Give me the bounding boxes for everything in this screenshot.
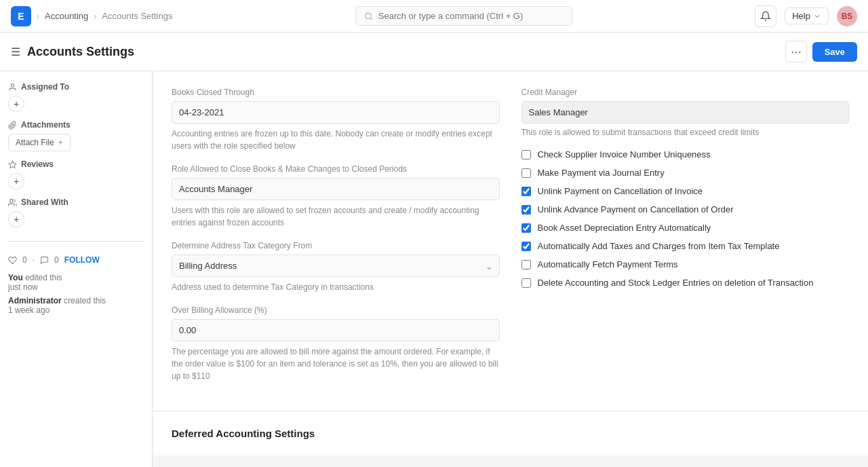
book-asset-depreciation-checkbox[interactable] [521, 223, 531, 233]
shared-with-add-button[interactable]: + [8, 211, 24, 227]
unlink-payment-cancellation-label[interactable]: Unlink Payment on Cancellation of Invoic… [538, 186, 703, 196]
more-options-button[interactable]: ⋯ [785, 41, 807, 62]
activity-log: You edited this just now Administrator c… [8, 273, 144, 315]
help-button[interactable]: Help [785, 7, 829, 24]
created-action-text: created this [64, 296, 106, 305]
shared-with-label: Shared With [21, 198, 68, 207]
books-closed-through-group: Books Closed Through Accounting entries … [172, 88, 500, 152]
unlink-advance-payment-label[interactable]: Unlink Advance Payment on Cancellation o… [538, 204, 734, 214]
credit-manager-group: Credit Manager This role is allowed to s… [521, 88, 850, 137]
comment-icon [40, 256, 49, 265]
assigned-to-add-button[interactable]: + [8, 96, 24, 112]
bell-icon [760, 11, 771, 22]
reviews-label: Reviews [21, 160, 54, 169]
save-button[interactable]: Save [812, 42, 857, 62]
unlink-payment-cancellation-checkbox[interactable] [521, 187, 531, 196]
delete-accounting-entries-checkbox[interactable] [521, 278, 531, 288]
right-column: Credit Manager This role is allowed to s… [521, 88, 850, 394]
book-asset-depreciation-label[interactable]: Book Asset Depreciation Entry Automatica… [538, 223, 711, 233]
determine-address-hint: Address used to determine Tax Category i… [172, 281, 500, 293]
auto-add-taxes-checkbox[interactable] [521, 242, 531, 251]
attach-file-button[interactable]: Attach File + [8, 134, 71, 151]
chevron-down-icon [813, 12, 821, 20]
assigned-to-section: Assigned To + [8, 82, 144, 112]
determine-address-label: Determine Address Tax Category From [172, 241, 500, 250]
credit-manager-input[interactable] [521, 101, 850, 124]
heart-icon [8, 256, 17, 265]
page-header-right: ⋯ Save [785, 41, 857, 62]
auto-add-taxes-label[interactable]: Automatically Add Taxes and Charges from… [538, 241, 780, 251]
breadcrumb-separator-2: › [94, 12, 96, 21]
svg-marker-2 [9, 161, 16, 168]
person-icon [8, 83, 17, 92]
determine-address-select-wrapper: Billing Address [172, 255, 500, 277]
star-icon [8, 160, 17, 169]
main-settings-card: Books Closed Through Accounting entries … [153, 71, 868, 411]
role-close-books-input[interactable] [172, 178, 500, 200]
determine-address-select[interactable]: Billing Address [172, 255, 500, 277]
top-navigation: E › Accounting › Accounts Settings Help … [0, 0, 868, 33]
edited-action: edited this [25, 273, 62, 282]
credit-manager-hint: This role is allowed to submit transacti… [521, 128, 850, 137]
follow-button[interactable]: FOLLOW [64, 255, 100, 265]
deferred-settings-section: Deferred Accounting Settings [153, 411, 868, 455]
created-time: 1 week ago [8, 305, 50, 315]
help-label: Help [792, 11, 810, 21]
attachments-header: Attachments [8, 120, 144, 130]
deferred-settings-title: Deferred Accounting Settings [172, 428, 849, 439]
search-icon [364, 12, 373, 21]
books-closed-through-input[interactable] [172, 101, 500, 124]
sidebar-toggle-icon[interactable]: ☰ [11, 45, 20, 58]
edited-by-name: You [8, 273, 23, 282]
over-billing-label: Over Billing Allowance (%) [172, 305, 500, 315]
avatar[interactable]: BS [837, 6, 857, 26]
breadcrumb-area: E › Accounting › Accounts Settings [11, 6, 172, 26]
sidebar: Assigned To + Attachments Attach File + … [0, 71, 153, 467]
reviews-header: Reviews [8, 160, 144, 169]
settings-grid: Books Closed Through Accounting entries … [172, 88, 849, 394]
breadcrumb-accounting[interactable]: Accounting [45, 11, 88, 21]
checkbox-row-3: Unlink Payment on Cancellation of Invoic… [521, 186, 850, 196]
notifications-button[interactable] [755, 5, 776, 27]
sidebar-divider [8, 241, 144, 242]
attach-file-label: Attach File [16, 138, 54, 147]
reviews-section: Reviews + [8, 160, 144, 189]
left-column: Books Closed Through Accounting entries … [172, 88, 500, 394]
reviews-add-button[interactable]: + [8, 173, 24, 189]
attachments-label: Attachments [21, 120, 71, 130]
make-payment-journal-checkbox[interactable] [521, 168, 531, 178]
created-by-name: Administrator [8, 296, 62, 305]
page-header-left: ☰ Accounts Settings [11, 45, 134, 59]
check-supplier-invoice-checkbox[interactable] [521, 150, 531, 160]
checkbox-row-2: Make Payment via Journal Entry [521, 168, 850, 178]
checkbox-row-4: Unlink Advance Payment on Cancellation o… [521, 204, 850, 214]
checkbox-row-8: Delete Accounting and Stock Ledger Entri… [521, 278, 850, 288]
over-billing-input[interactable] [172, 319, 500, 341]
search-input[interactable] [378, 11, 564, 21]
checkbox-row-5: Book Asset Depreciation Entry Automatica… [521, 223, 850, 233]
delete-accounting-entries-label[interactable]: Delete Accounting and Stock Ledger Entri… [538, 278, 814, 288]
shared-with-header: Shared With [8, 198, 144, 207]
auto-fetch-payment-terms-label[interactable]: Automatically Fetch Payment Terms [538, 259, 678, 269]
checkboxes-group: Check Supplier Invoice Number Uniqueness… [521, 149, 850, 288]
determine-address-group: Determine Address Tax Category From Bill… [172, 241, 500, 293]
search-bar[interactable] [355, 6, 572, 26]
checkbox-row-6: Automatically Add Taxes and Charges from… [521, 241, 850, 251]
app-icon[interactable]: E [11, 6, 31, 26]
page-title: Accounts Settings [27, 45, 134, 59]
make-payment-journal-label[interactable]: Make Payment via Journal Entry [538, 168, 665, 178]
over-billing-hint: The percentage you are allowed to bill m… [172, 345, 500, 382]
books-closed-through-label: Books Closed Through [172, 88, 500, 97]
attach-file-plus-icon: + [58, 138, 63, 147]
unlink-advance-payment-checkbox[interactable] [521, 205, 531, 214]
role-close-books-group: Role Allowed to Close Books & Make Chang… [172, 164, 500, 229]
attachments-section: Attachments Attach File + [8, 120, 144, 151]
svg-point-3 [10, 199, 13, 202]
likes-count: 0 [22, 255, 27, 265]
comments-count: 0 [54, 255, 59, 265]
over-billing-group: Over Billing Allowance (%) The percentag… [172, 305, 500, 382]
check-supplier-invoice-label[interactable]: Check Supplier Invoice Number Uniqueness [538, 149, 711, 160]
topnav-right-area: Help BS [755, 5, 857, 27]
auto-fetch-payment-terms-checkbox[interactable] [521, 260, 531, 269]
edited-time: just now [8, 282, 38, 292]
